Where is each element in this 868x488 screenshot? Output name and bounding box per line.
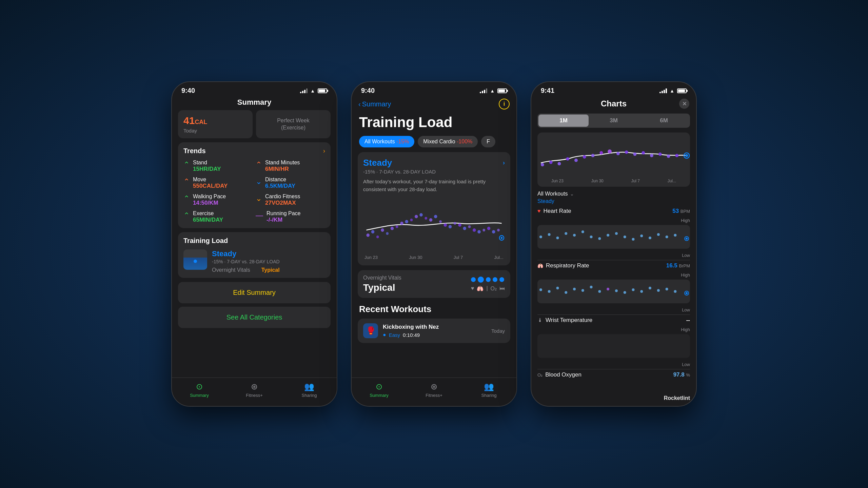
svg-point-43 — [642, 151, 645, 155]
ov-dot-4 — [493, 277, 497, 282]
overnight-left: Overnight Vitals Typical — [363, 275, 401, 293]
chip-extra[interactable]: F — [481, 136, 495, 147]
workout-card-kickboxing[interactable]: 🥊 Kickboxing with Nez ● Easy 0:10:49 Tod… — [358, 319, 510, 343]
svg-point-63 — [649, 237, 651, 239]
ov-lungs-icon: 🫁 — [477, 285, 484, 292]
tab-fitness-plus-2[interactable]: ⊛ Fitness+ — [407, 382, 461, 398]
svg-point-83 — [657, 289, 660, 292]
edit-summary-button[interactable]: Edit Summary — [178, 282, 331, 303]
svg-point-10 — [410, 219, 413, 221]
trend-value-runpace: -/-/KM — [267, 217, 301, 223]
status-time-1: 9:40 — [181, 87, 195, 95]
svg-point-74 — [581, 289, 584, 292]
ov-dot-1 — [471, 277, 476, 282]
chip-all-workouts[interactable]: All Workouts -15% — [359, 136, 414, 147]
wrist-temp-mini-chart — [537, 334, 690, 358]
svg-point-44 — [650, 154, 653, 157]
back-label: Summary — [362, 100, 391, 108]
trend-stand-minutes: ⌃ Stand Minutes 6MIN/HR — [256, 160, 325, 172]
tab-summary-2[interactable]: ⊙ Summary — [352, 382, 407, 398]
main-date-jul7: Jul 7 — [631, 179, 640, 183]
typical-badge: Typical — [261, 267, 280, 273]
chart-date-labels-p2: Jun 23 Jun 30 Jul 7 Jul... — [363, 255, 505, 260]
svg-point-5 — [386, 232, 389, 235]
training-load-section: Training Load Steady -15% · 7-DAY vs. 28… — [178, 232, 331, 278]
svg-point-45 — [658, 152, 662, 156]
svg-point-36 — [583, 155, 586, 159]
tab-summary-1[interactable]: ⊙ Summary — [172, 382, 227, 398]
info-button[interactable]: i — [499, 99, 510, 109]
steady-chevron-icon: › — [503, 159, 505, 166]
charts-page-title: Charts — [548, 99, 679, 108]
tab-sharing-2[interactable]: 👥 Sharing — [461, 382, 516, 398]
resp-low-label: Low — [537, 307, 690, 312]
svg-point-34 — [566, 157, 569, 161]
calories-card: 41CAL Today — [178, 110, 253, 138]
respiratory-mini-chart — [537, 280, 690, 303]
period-6m-button[interactable]: 6M — [639, 115, 689, 127]
svg-point-24 — [477, 230, 481, 233]
status-time-2: 9:40 — [361, 87, 375, 95]
period-1m-button[interactable]: 1M — [538, 115, 589, 127]
svg-point-75 — [590, 286, 593, 288]
svg-point-33 — [557, 162, 561, 165]
wifi-icon-3: ▲ — [670, 88, 674, 94]
svg-point-28 — [497, 229, 500, 231]
svg-point-40 — [616, 152, 620, 155]
fitnessplus-tab-icon-1: ⊛ — [251, 382, 258, 391]
svg-point-6 — [391, 227, 394, 230]
respiratory-value: 16.5 BrPM — [666, 262, 690, 269]
steady-description: After today's workout, your 7-day traini… — [363, 178, 505, 193]
workout-icon-kickboxing: 🥊 — [363, 323, 378, 338]
main-chart-area: Jun 23 Jun 30 Jul 7 Jul... — [537, 133, 690, 187]
wrist-temp-name: Wrist Temperature — [546, 317, 592, 324]
svg-point-47 — [675, 154, 678, 157]
back-button[interactable]: ‹ Summary — [358, 100, 391, 108]
svg-point-19 — [454, 222, 456, 225]
chip-value-mixed: -100% — [457, 139, 472, 144]
svg-point-68 — [686, 238, 688, 240]
status-icons-1: ▲ — [300, 88, 327, 94]
svg-point-7 — [396, 225, 398, 228]
trend-name-stand: Stand — [193, 160, 221, 166]
training-load-content: Steady -15% · 7-DAY vs. 28-DAY LOAD Over… — [183, 249, 325, 273]
blood-oxygen-name: Blood Oxygen — [545, 371, 581, 378]
period-3m-button[interactable]: 3M — [589, 115, 639, 127]
svg-point-16 — [439, 220, 442, 223]
svg-point-80 — [632, 288, 635, 291]
svg-point-42 — [633, 152, 636, 156]
svg-point-84 — [666, 288, 668, 290]
chip-label-mixed: Mixed Cardio — [423, 139, 457, 144]
trends-chevron-icon[interactable]: › — [323, 147, 325, 155]
svg-point-87 — [686, 292, 688, 294]
svg-point-20 — [458, 223, 461, 227]
sharing-tab-icon-2: 👥 — [484, 382, 494, 391]
svg-point-85 — [674, 290, 676, 293]
workout-difficulty-label: Easy — [389, 332, 400, 338]
ov-o2-icon: O₂ — [491, 285, 497, 292]
training-load-chart — [183, 249, 207, 270]
period-selector: 1M 3M 6M — [537, 114, 690, 128]
all-workouts-selector[interactable]: All Workouts ⌄ — [537, 191, 690, 197]
chip-mixed-cardio[interactable]: Mixed Cardio -100% — [418, 136, 478, 147]
steady-subtitle-p2: -15% · 7-DAY vs. 28-DAY LOAD — [363, 169, 505, 175]
heart-rate-icon: ♥ — [537, 208, 541, 214]
overnight-right: ♥ 🫁 | O₂ 🛏 — [471, 277, 505, 292]
main-date-jun30: Jun 30 — [591, 179, 604, 183]
period-6m-label: 6M — [660, 117, 668, 124]
tab-sharing-1[interactable]: 👥 Sharing — [282, 382, 337, 398]
tab-label-summary-2: Summary — [370, 393, 389, 398]
see-all-categories-button[interactable]: See All Categories — [178, 307, 331, 328]
svg-point-26 — [487, 227, 491, 230]
chip-label-extra: F — [487, 139, 490, 144]
workout-meta: ● Easy 0:10:49 — [383, 332, 487, 338]
tab-bar-1: ⊙ Summary ⊛ Fitness+ 👥 Sharing — [172, 378, 337, 406]
respiratory-icon: 🫁 — [537, 263, 543, 268]
svg-point-21 — [463, 227, 467, 230]
trend-walking-pace: ⌃ Walking Pace 14:50/KM — [183, 194, 253, 206]
close-button[interactable]: ✕ — [679, 99, 689, 109]
trend-value-standmin: 6MIN/HR — [265, 166, 300, 172]
status-bar-2: 9:40 ▲ — [352, 82, 516, 97]
tab-fitness-plus-1[interactable]: ⊛ Fitness+ — [227, 382, 282, 398]
svg-point-12 — [419, 213, 423, 217]
